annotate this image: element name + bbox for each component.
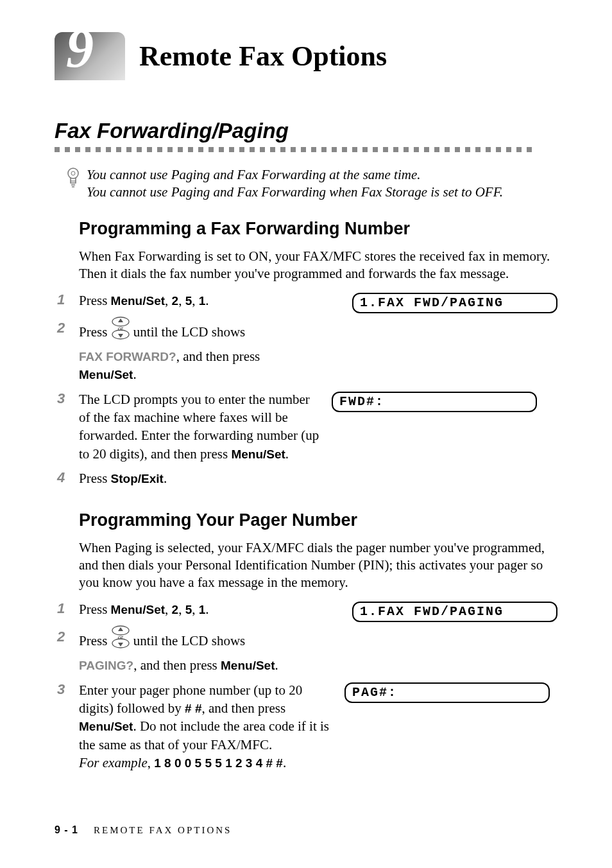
step-text: The LCD prompts you to enter the number … <box>79 390 323 463</box>
svg-point-0 <box>68 168 78 178</box>
step-number: 2 <box>55 629 79 645</box>
step-item: 3 The LCD prompts you to enter the numbe… <box>55 390 557 463</box>
svg-text:or: or <box>117 325 123 332</box>
step-number: 4 <box>55 469 79 486</box>
body-text: When Fax Forwarding is set to ON, your F… <box>79 248 557 282</box>
chapter-number: 9 <box>66 29 94 67</box>
note-text: You cannot use Paging and Fax Forwarding… <box>87 166 503 201</box>
nav-up-down-icon: or <box>111 625 130 653</box>
step-number: 1 <box>55 291 79 308</box>
svg-point-1 <box>71 171 75 175</box>
lcd-display: 1.FAX FWD/PAGING <box>352 293 557 313</box>
subsection-title: Programming a Fax Forwarding Number <box>79 219 557 239</box>
step-number: 3 <box>55 390 79 407</box>
svg-marker-13 <box>118 643 123 647</box>
section-title: Fax Forwarding/Paging <box>55 119 557 143</box>
chapter-title: Remote Fax Options <box>139 40 387 73</box>
svg-marker-6 <box>118 318 123 322</box>
note-line: You cannot use Paging and Fax Forwarding… <box>87 184 503 201</box>
step-item: 3 Enter your pager phone number (up to 2… <box>55 681 557 772</box>
page-footer: 9 - 1 REMOTE FAX OPTIONS <box>55 824 232 836</box>
nav-up-down-icon: or <box>111 317 130 344</box>
svg-text:or: or <box>117 634 123 641</box>
step-text: Press Stop/Exit. <box>79 469 557 487</box>
body-text: When Paging is selected, your FAX/MFC di… <box>79 539 557 591</box>
step-text: Press or until the LCD shows FAX FORWARD… <box>79 320 557 384</box>
lcd-display: PAG#: <box>344 682 550 703</box>
step-text: Press Menu/Set, 2, 5, 1. <box>79 291 343 309</box>
lightbulb-icon <box>66 168 80 192</box>
dotted-rule <box>55 147 557 152</box>
step-number: 1 <box>55 600 79 617</box>
note-line: You cannot use Paging and Fax Forwarding… <box>87 166 503 184</box>
footer-section-name: REMOTE FAX OPTIONS <box>94 825 232 836</box>
step-number: 3 <box>55 681 79 698</box>
steps-list: 1 Press Menu/Set, 2, 5, 1. 1.FAX FWD/PAG… <box>55 600 557 772</box>
chapter-badge: 9 <box>55 32 125 80</box>
step-text: Enter your pager phone number (up to 20 … <box>79 681 336 772</box>
step-item: 1 Press Menu/Set, 2, 5, 1. 1.FAX FWD/PAG… <box>55 600 557 622</box>
footer-page-number: 9 - 1 <box>55 824 78 836</box>
step-number: 2 <box>55 320 79 336</box>
lcd-display: FWD#: <box>332 392 537 412</box>
step-item: 1 Press Menu/Set, 2, 5, 1. 1.FAX FWD/PAG… <box>55 291 557 313</box>
step-item: 4 Press Stop/Exit. <box>55 469 557 487</box>
lcd-display: 1.FAX FWD/PAGING <box>352 602 557 622</box>
step-item: 2 Press or until the LCD shows PAGING?, … <box>55 629 557 675</box>
svg-marker-8 <box>118 334 123 338</box>
subsection-title: Programming Your Pager Number <box>79 510 557 530</box>
step-item: 2 Press or until the LCD shows FAX FORWA… <box>55 320 557 384</box>
step-text: Press or until the LCD shows PAGING?, an… <box>79 629 557 675</box>
svg-marker-11 <box>118 627 123 631</box>
chapter-header: 9 Remote Fax Options <box>55 32 557 80</box>
step-text: Press Menu/Set, 2, 5, 1. <box>79 600 343 618</box>
note-block: You cannot use Paging and Fax Forwarding… <box>66 166 557 201</box>
steps-list: 1 Press Menu/Set, 2, 5, 1. 1.FAX FWD/PAG… <box>55 291 557 488</box>
